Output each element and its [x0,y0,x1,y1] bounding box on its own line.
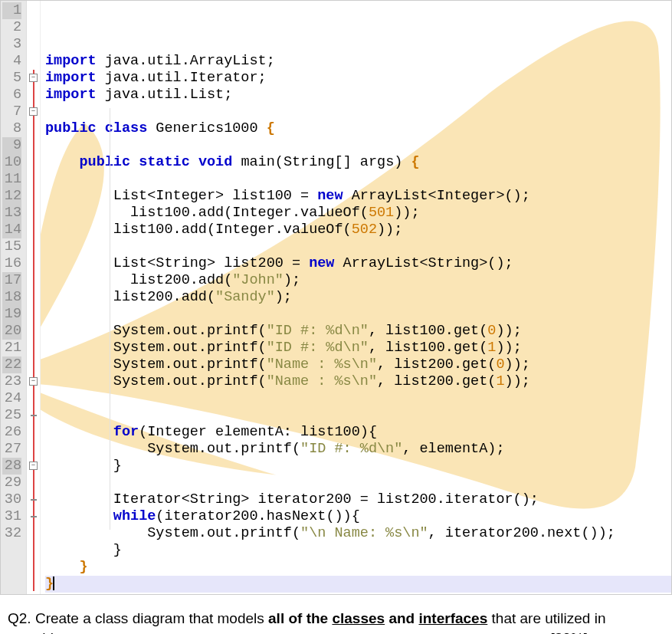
line-number: 5 [2,70,21,87]
code-line[interactable]: public class Generics1000 { [45,120,671,137]
code-line[interactable]: } [45,458,671,475]
line-number: 30 [2,491,21,508]
line-number: 28 [2,458,21,475]
marks-label: [30%] [550,629,657,634]
code-line[interactable]: while(iterator200.hasNext()){ [45,508,671,525]
fold-toggle-icon[interactable]: − [29,462,38,470]
question-text: Q2. Create a class diagram that models a… [0,595,672,634]
line-number: 18 [2,289,21,306]
code-line[interactable]: System.out.printf("ID #: %d\n", list100.… [45,323,671,340]
code-line[interactable] [45,390,671,407]
code-line[interactable]: System.out.printf("ID #: %d\n", elementA… [45,441,671,458]
code-line[interactable]: } [45,576,671,593]
line-number: 25 [2,407,21,424]
line-number: 23 [2,373,21,390]
line-number: 14 [2,222,21,238]
line-number-gutter: 1234567891011121314151617181920212223242… [1,1,27,594]
line-number: 1 [2,2,21,19]
code-line[interactable]: import java.util.ArrayList; [45,53,671,70]
question-prefix: Q2. [8,610,35,626]
line-number: 22 [2,356,21,373]
code-line[interactable] [45,306,671,323]
code-line[interactable] [45,238,671,255]
code-line[interactable]: for(Integer elementA: list100){ [45,424,671,441]
line-number: 16 [2,255,21,272]
code-line[interactable] [45,171,671,188]
line-number: 17 [2,272,21,289]
code-line[interactable]: public static void main(String[] args) { [45,154,671,171]
line-number: 6 [2,87,21,103]
fold-gutter: −−−− [27,1,41,594]
line-number: 15 [2,238,21,255]
line-number: 7 [2,103,21,120]
line-number: 8 [2,120,21,137]
code-line[interactable]: System.out.printf("\n Name: %s\n", itera… [45,525,671,542]
line-number: 3 [2,36,21,53]
line-number: 12 [2,188,21,205]
line-number: 31 [2,508,21,525]
code-line[interactable]: import java.util.Iterator; [45,70,671,87]
fold-toggle-icon[interactable]: − [29,74,38,82]
code-line[interactable] [45,407,671,424]
fold-end-marker [31,499,37,501]
code-line[interactable]: list100.add(Integer.valueOf(501)); [45,205,671,222]
code-editor: 1234567891011121314151617181920212223242… [0,0,672,595]
line-number: 27 [2,441,21,458]
code-line[interactable]: System.out.printf("ID #: %d\n", list100.… [45,340,671,356]
fold-toggle-icon[interactable]: − [29,377,38,386]
line-number: 26 [2,424,21,441]
line-number: 10 [2,154,21,171]
line-number: 9 [2,137,21,154]
line-number: 20 [2,323,21,340]
line-number: 19 [2,306,21,323]
line-number: 11 [2,171,21,188]
line-number: 32 [2,525,21,542]
code-line[interactable]: list200.add("John"); [45,272,671,289]
line-number: 24 [2,390,21,407]
code-line[interactable]: } [45,559,671,576]
fold-toggle-icon[interactable]: − [29,107,38,116]
code-line[interactable]: import java.util.List; [45,87,671,103]
code-area[interactable]: import java.util.ArrayList;import java.u… [41,1,671,594]
code-line[interactable] [45,103,671,120]
code-line[interactable]: System.out.printf("Name : %s\n", list200… [45,356,671,373]
line-number: 21 [2,340,21,356]
line-number: 4 [2,53,21,70]
fold-end-marker [31,516,37,517]
code-line[interactable]: List<String> list200 = new ArrayList<Str… [45,255,671,272]
code-line[interactable]: list100.add(Integer.valueOf(502)); [45,222,671,238]
fold-end-marker [31,415,37,416]
code-line[interactable]: Iterator<String> iterator200 = list200.i… [45,491,671,508]
text-caret [53,577,54,590]
line-number: 2 [2,19,21,36]
code-line[interactable]: } [45,542,671,559]
code-line[interactable]: list200.add("Sandy"); [45,289,671,306]
line-number: 29 [2,475,21,491]
code-line[interactable] [45,137,671,154]
code-line[interactable]: System.out.printf("Name : %s\n", list200… [45,373,671,390]
line-number: 13 [2,205,21,222]
code-line[interactable] [45,475,671,491]
code-line[interactable]: List<Integer> list100 = new ArrayList<In… [45,188,671,205]
